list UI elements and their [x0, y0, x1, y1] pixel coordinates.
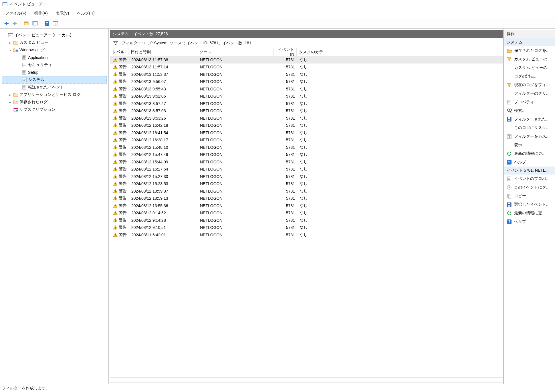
tree-log-forwarded[interactable]: 転送されたイベント — [2, 84, 107, 91]
action-item[interactable]: 現在のログをフィ... — [504, 81, 555, 89]
expander-spacer — [17, 78, 21, 82]
event-row[interactable]: 警告2024/08/13 11:57:14NETLOGON5781なし — [110, 64, 503, 71]
event-list-body[interactable]: 警告2024/08/13 11:57:38NETLOGON5781なし警告202… — [110, 56, 503, 377]
action-item[interactable]: フィルターをカス... — [504, 132, 555, 141]
event-row[interactable]: 警告2024/08/12 16:38:17NETLOGON5781なし — [110, 136, 503, 144]
action-item[interactable]: 最新の情報に更... — [504, 149, 555, 158]
menu-file[interactable]: ファイル(F) — [2, 10, 30, 17]
event-row[interactable]: 警告2024/08/12 13:59:37NETLOGON5781なし — [110, 187, 503, 195]
action-item[interactable]: 選択したイベント... — [504, 200, 555, 209]
action-item[interactable]: ログの消去... — [504, 72, 555, 81]
toolbar-button[interactable] — [51, 19, 60, 27]
action-item[interactable]: ?ヘルプ — [504, 158, 555, 167]
show-hide-tree-button[interactable] — [23, 19, 31, 27]
event-row[interactable]: 警告2024/08/12 16:41:54NETLOGON5781なし — [110, 129, 503, 136]
event-row[interactable]: 警告2024/08/12 9:14:52NETLOGON5781なし — [110, 209, 503, 217]
cell-date: 2024/08/13 11:53:37 — [129, 72, 198, 77]
help-icon: ? — [507, 160, 512, 165]
nav-tree[interactable]: イベント ビューアー (ローカル) ▸ カスタム ビュー ▾ Windows ロ… — [0, 29, 109, 384]
level-label: 警告 — [119, 218, 127, 223]
task-icon — [507, 185, 512, 190]
action-item[interactable]: 最新の情報に更... — [504, 209, 555, 217]
event-row[interactable]: 警告2024/08/12 15:44:09NETLOGON5781なし — [110, 158, 503, 166]
cell-task: なし — [297, 79, 503, 84]
cell-task: なし — [297, 130, 503, 135]
event-row[interactable]: 警告2024/08/12 9:10:51NETLOGON5781なし — [110, 224, 503, 231]
expander-icon[interactable]: ▸ — [8, 41, 12, 45]
cell-level: 警告 — [111, 218, 129, 223]
action-item[interactable]: 検索... — [504, 106, 555, 115]
back-button[interactable] — [2, 19, 10, 27]
event-row[interactable]: 警告2024/08/13 8:53:26NETLOGON5781なし — [110, 114, 503, 122]
event-row[interactable]: 警告2024/08/13 8:57:03NETLOGON5781なし — [110, 107, 503, 115]
event-row[interactable]: 警告2024/08/13 9:56:07NETLOGON5781なし — [110, 78, 503, 86]
cell-date: 2024/08/13 8:57:03 — [129, 108, 198, 113]
menu-action[interactable]: 操作(A) — [31, 10, 51, 17]
tree-log-security[interactable]: セキュリティ — [2, 61, 107, 69]
tree-log-application[interactable]: Application — [2, 54, 107, 61]
event-row[interactable]: 警告2024/08/12 16:42:18NETLOGON5781なし — [110, 122, 503, 129]
action-item[interactable]: このイベントにタ... — [504, 183, 555, 192]
column-header-level[interactable]: レベル — [110, 48, 128, 56]
event-row[interactable]: 警告2024/08/12 9:14:28NETLOGON5781なし — [110, 217, 503, 224]
event-row[interactable]: 警告2024/08/12 13:59:13NETLOGON5781なし — [110, 195, 503, 202]
horizontal-scrollbar[interactable] — [110, 377, 503, 383]
log-icon — [22, 62, 27, 68]
tree-root[interactable]: イベント ビューアー (ローカル) — [2, 31, 107, 39]
column-header-task[interactable]: タスクのカテ... — [297, 48, 503, 56]
tree-custom-views[interactable]: ▸ カスタム ビュー — [2, 39, 107, 46]
event-row[interactable]: 警告2024/08/12 15:47:46NETLOGON5781なし — [110, 151, 503, 159]
event-row[interactable]: 警告2024/08/13 9:55:43NETLOGON5781なし — [110, 85, 503, 93]
forward-button[interactable] — [11, 19, 19, 27]
tree-subscriptions[interactable]: サブスクリプション — [2, 106, 107, 113]
event-row[interactable]: 警告2024/08/12 13:55:36NETLOGON5781なし — [110, 202, 503, 209]
tree-saved-logs[interactable]: ▸ 保存されたログ — [2, 98, 107, 106]
action-item[interactable]: ?ヘルプ — [504, 217, 555, 226]
column-header-id[interactable]: イベント ID — [274, 48, 297, 56]
filter-bar: フィルター: ログ: System; ソース: ; イベント ID: 5781。… — [110, 38, 503, 48]
column-header-source[interactable]: ソース — [197, 48, 274, 56]
level-label: 警告 — [119, 101, 127, 106]
event-row[interactable]: 警告2024/08/11 6:42:01NETLOGON5781なし — [110, 231, 503, 239]
action-item[interactable]: カスタム ビューの... — [504, 55, 555, 64]
expander-spacer — [17, 63, 21, 67]
event-row[interactable]: 警告2024/08/13 8:57:27NETLOGON5781なし — [110, 100, 503, 107]
cell-id: 5781 — [274, 203, 297, 208]
action-item[interactable]: 保存されたログを... — [504, 46, 555, 55]
menu-view[interactable]: 表示(V) — [52, 10, 73, 17]
folder-open-icon — [507, 48, 512, 53]
action-item[interactable]: 表示 — [504, 141, 555, 149]
expander-icon[interactable]: ▸ — [8, 93, 12, 97]
tree-log-system[interactable]: システム — [2, 76, 107, 84]
cell-date: 2024/08/12 15:27:54 — [129, 167, 198, 171]
event-row[interactable]: 警告2024/08/12 15:27:30NETLOGON5781なし — [110, 173, 503, 180]
expander-icon[interactable] — [3, 33, 7, 37]
tree-windows-logs[interactable]: ▾ Windows ログ — [2, 46, 107, 54]
column-header-date[interactable]: 日付と時刻 — [128, 48, 197, 56]
action-item[interactable]: コピー — [504, 192, 555, 200]
event-row[interactable]: 警告2024/08/12 15:48:10NETLOGON5781なし — [110, 144, 503, 151]
action-item[interactable]: イベントのプロパ... — [504, 175, 555, 183]
event-row[interactable]: 警告2024/08/13 9:52:06NETLOGON5781なし — [110, 93, 503, 100]
action-item[interactable]: フィルターされた... — [504, 115, 555, 124]
action-item[interactable]: プロパティ — [504, 98, 555, 106]
tree-app-service-logs[interactable]: ▸ アプリケーションとサービス ログ — [2, 91, 107, 98]
cell-id: 5781 — [274, 116, 297, 120]
expander-icon[interactable]: ▾ — [8, 48, 12, 52]
cell-date: 2024/08/12 16:42:18 — [129, 123, 198, 128]
expander-icon[interactable]: ▸ — [8, 100, 12, 104]
event-row[interactable]: 警告2024/08/13 11:57:38NETLOGON5781なし — [110, 56, 503, 64]
help-button[interactable]: ? — [43, 19, 51, 27]
event-row[interactable]: 警告2024/08/12 15:27:54NETLOGON5781なし — [110, 166, 503, 173]
level-label: 警告 — [119, 189, 127, 194]
action-item[interactable]: このログにタスク... — [504, 124, 555, 132]
event-row[interactable]: 警告2024/08/13 11:53:37NETLOGON5781なし — [110, 71, 503, 78]
action-item[interactable]: フィルターのクリ... — [504, 89, 555, 98]
svg-rect-43 — [115, 59, 116, 60]
svg-rect-69 — [115, 154, 116, 155]
tree-log-setup[interactable]: Setup — [2, 69, 107, 76]
action-item[interactable]: カスタム ビューの... — [504, 64, 555, 72]
menu-help[interactable]: ヘルプ(H) — [74, 10, 98, 17]
show-hide-actions-button[interactable] — [31, 19, 39, 27]
event-row[interactable]: 警告2024/08/12 15:23:53NETLOGON5781なし — [110, 180, 503, 188]
